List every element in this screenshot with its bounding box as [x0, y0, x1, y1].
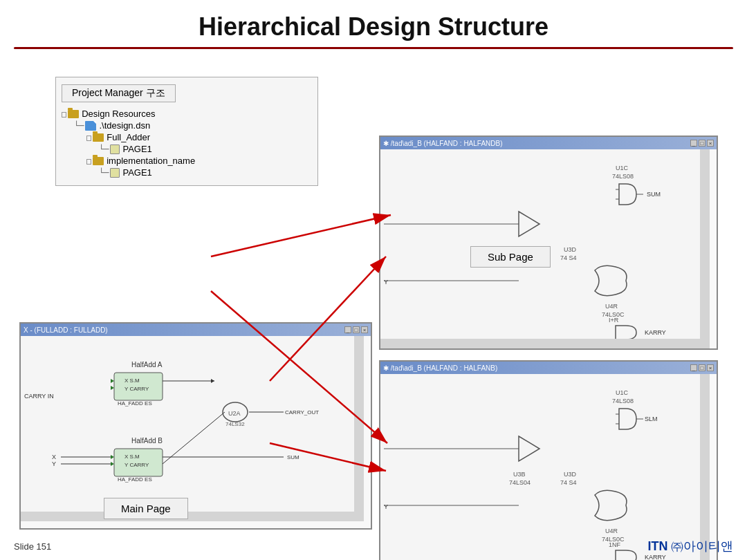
sub-top-maximize-btn[interactable]: □ [699, 140, 706, 147]
folder-icon-2 [93, 133, 104, 142]
page-icon-2 [110, 168, 120, 178]
svg-text:KARRY: KARRY [645, 554, 666, 560]
folder-icon-3 [93, 157, 104, 165]
svg-text:74 S4: 74 S4 [560, 479, 577, 486]
brand-area: ITN ㈜아이티앤 [648, 538, 733, 554]
svg-text:74LS08: 74LS08 [612, 398, 634, 404]
sub-bottom-schematic-body: U1C 74LS08 SLM U3B 74LS04 U3D 74 S4 U4R … [380, 374, 717, 560]
sub-bottom-win-title: ✱ /tad\adi_B (HALFAND : HALFANB) [383, 364, 497, 372]
tree-connector-2: └─ [74, 121, 84, 131]
svg-text:X: X [52, 454, 56, 460]
slide-number: Slide 151 [14, 541, 51, 552]
sub-bottom-schematic-window: ✱ /tad\adi_B (HALFAND : HALFANB) _ □ × U… [379, 360, 718, 560]
dsn-icon [85, 121, 96, 131]
divider [14, 47, 733, 49]
tree-item-full-adder[interactable]: □ Full_Adder [62, 131, 312, 143]
main-win-title: X - (FULLADD : FULLADD) [24, 326, 108, 334]
svg-text:U1C: U1C [616, 389, 629, 396]
svg-text:74LS04: 74LS04 [509, 479, 531, 486]
tree-label-page1-1: PAGE1 [122, 144, 151, 154]
tree-item-dsn[interactable]: └─ .\tdesign.dsn [62, 120, 312, 131]
sub-page-label-text: Sub Page [488, 251, 533, 263]
win-close-btn[interactable]: × [361, 326, 368, 333]
tree-connector-3: □ [86, 133, 91, 142]
tree-title: Project Manager 구조 [62, 84, 176, 102]
svg-text:HalfAdd A: HalfAdd A [131, 361, 163, 368]
sub-bottom-minimize-btn[interactable]: _ [690, 364, 697, 371]
sub-top-minimize-btn[interactable]: _ [690, 140, 697, 147]
svg-text:U4R: U4R [605, 528, 618, 534]
svg-text:74LS08: 74LS08 [612, 173, 634, 180]
sub-top-win-titlebar: ✱ /tad\adi_B (HALFAND : HALFANDB) _ □ × [380, 137, 717, 149]
svg-text:CARRY_OUT: CARRY_OUT [285, 409, 319, 416]
tree-connector-5: □ [86, 156, 91, 166]
tree-label-impl: implementation_name [107, 156, 195, 166]
sub-top-win-buttons[interactable]: _ □ × [690, 140, 714, 147]
svg-text:Y: Y [52, 460, 56, 467]
svg-line-77 [211, 215, 391, 256]
svg-text:Y  CARRY: Y CARRY [124, 386, 149, 392]
svg-text:I+R: I+R [609, 317, 619, 324]
page-icon-1 [110, 144, 120, 154]
svg-rect-74 [700, 374, 710, 560]
tree-label-full-adder: Full_Adder [107, 132, 150, 142]
sub-bottom-circuit-svg: U1C 74LS08 SLM U3B 74LS04 U3D 74 S4 U4R … [380, 374, 710, 560]
sub-top-close-btn[interactable]: × [707, 140, 714, 147]
main-schematic-window: X - (FULLADD : FULLADD) _ □ × HalfAdd A … [19, 322, 372, 530]
svg-text:U2A: U2A [228, 410, 241, 417]
svg-text:HalfAdd B: HalfAdd B [131, 437, 163, 445]
svg-text:HA_FADD ES: HA_FADD ES [118, 476, 152, 483]
svg-text:Y  CARRY: Y CARRY [124, 462, 149, 468]
footer: Slide 151 ITN ㈜아이티앤 [0, 538, 747, 554]
svg-rect-0 [21, 336, 364, 521]
sub-top-schematic-window: ✱ /tad\adi_B (HALFAND : HALFANDB) _ □ × … [379, 136, 718, 350]
svg-text:SLM: SLM [645, 416, 658, 422]
tree-item-impl[interactable]: □ implementation_name [62, 155, 312, 167]
svg-rect-52 [700, 149, 710, 348]
tree-item-design-resources[interactable]: □ Design Resources [62, 108, 312, 120]
main-schematic-body: HalfAdd A CARRY IN X S.M Y CARRY HA_FADD… [21, 336, 371, 528]
svg-text:U3D: U3D [564, 246, 577, 253]
project-tree-box: Project Manager 구조 □ Design Resources └─… [55, 77, 318, 186]
svg-rect-30 [354, 336, 364, 521]
tree-connector-1: □ [62, 109, 66, 119]
brand-itn: ITN [648, 539, 668, 553]
tree-connector-6: └─ [99, 168, 109, 178]
svg-text:CARRY IN: CARRY IN [24, 393, 54, 400]
svg-text:U4R: U4R [605, 303, 618, 310]
svg-rect-54 [380, 374, 710, 560]
tree-connector-4: └─ [99, 144, 109, 154]
main-win-titlebar: X - (FULLADD : FULLADD) _ □ × [21, 324, 371, 336]
svg-text:U3B: U3B [513, 471, 526, 478]
win-minimize-btn[interactable]: _ [344, 326, 351, 333]
svg-text:X  S.M: X S.M [124, 454, 140, 460]
svg-text:U1C: U1C [616, 165, 629, 171]
brand-korean: ㈜아이티앤 [671, 539, 733, 553]
main-page-label-box: Main Page [104, 498, 188, 519]
main-circuit-svg: HalfAdd A CARRY IN X S.M Y CARRY HA_FADD… [21, 336, 364, 521]
sub-page-label-box: Sub Page [470, 246, 551, 268]
svg-text:X  S.M: X S.M [124, 377, 140, 384]
main-win-buttons[interactable]: _ □ × [344, 326, 368, 333]
tree-label-dsn: .\tdesign.dsn [99, 120, 150, 131]
main-page-label-text: Main Page [121, 503, 171, 514]
svg-text:HA_FADD ES: HA_FADD ES [118, 400, 152, 407]
svg-text:Y: Y [384, 279, 388, 286]
svg-text:Y: Y [384, 503, 388, 510]
svg-text:74LS32: 74LS32 [225, 421, 245, 427]
page-title: Hierarchical Design Structure [0, 0, 747, 47]
sub-bottom-close-btn[interactable]: × [707, 364, 714, 371]
svg-text:SUM: SUM [647, 191, 661, 198]
sub-bottom-win-buttons[interactable]: _ □ × [690, 364, 714, 371]
sub-bottom-maximize-btn[interactable]: □ [699, 364, 706, 371]
win-maximize-btn[interactable]: □ [353, 326, 360, 333]
svg-rect-53 [380, 339, 700, 348]
tree-label-design-resources: Design Resources [82, 109, 155, 119]
svg-text:SUM: SUM [287, 454, 299, 460]
folder-icon-1 [68, 110, 79, 118]
tree-item-page1-impl[interactable]: └─ PAGE1 [62, 167, 312, 178]
svg-text:KARRY: KARRY [645, 329, 666, 336]
tree-label-page1-2: PAGE1 [122, 167, 151, 178]
sub-bottom-win-titlebar: ✱ /tad\adi_B (HALFAND : HALFANB) _ □ × [380, 362, 717, 374]
tree-item-page1-fulladder[interactable]: └─ PAGE1 [62, 143, 312, 155]
